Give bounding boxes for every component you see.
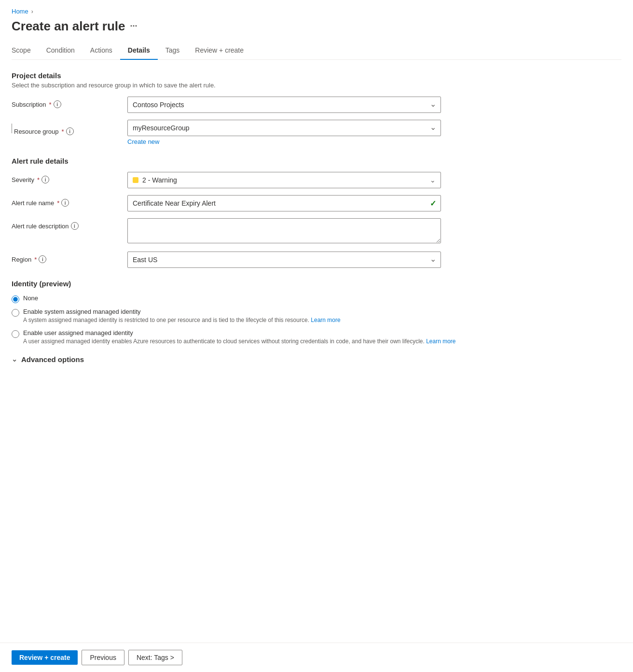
- subscription-select[interactable]: Contoso Projects: [127, 97, 441, 113]
- identity-user-radio[interactable]: [12, 330, 19, 338]
- breadcrumb-home-link[interactable]: Home: [12, 8, 28, 15]
- region-control-wrap: East US: [127, 252, 441, 268]
- resource-group-select-wrapper: myResourceGroup: [127, 120, 441, 136]
- identity-user-learn-more-link[interactable]: Learn more: [426, 338, 455, 345]
- previous-button[interactable]: Previous: [82, 650, 124, 665]
- resource-group-label-wrap: Resource group * i: [12, 120, 127, 135]
- subscription-row: Subscription * i Contoso Projects: [12, 97, 621, 113]
- resource-group-label: Resource group * i: [12, 124, 128, 135]
- tab-scope[interactable]: Scope: [12, 42, 39, 60]
- resource-group-required: *: [62, 128, 64, 135]
- alert-rule-name-required: *: [57, 199, 59, 207]
- alert-rule-description-input[interactable]: [127, 218, 441, 243]
- alert-rule-name-label: Alert rule name * i: [12, 195, 127, 207]
- severity-chevron-icon: ⌄: [430, 176, 436, 184]
- severity-required: *: [37, 176, 40, 183]
- severity-row: Severity * i 2 - Warning ⌄: [12, 172, 621, 188]
- alert-rule-name-input[interactable]: [127, 195, 441, 211]
- severity-info-icon[interactable]: i: [41, 176, 49, 183]
- subscription-required: *: [49, 101, 52, 108]
- identity-user-option: Enable user assigned managed identity A …: [12, 329, 621, 346]
- identity-none-radio[interactable]: [12, 295, 19, 303]
- subscription-control-wrap: Contoso Projects: [127, 97, 441, 113]
- tab-details[interactable]: Details: [120, 42, 158, 60]
- identity-system-description: A system assigned managed identity is re…: [23, 316, 341, 324]
- severity-dot: [133, 177, 138, 183]
- region-select[interactable]: East US: [127, 252, 441, 268]
- identity-none-label: None: [23, 294, 38, 302]
- identity-system-radio[interactable]: [12, 309, 19, 317]
- region-row: Region * i East US: [12, 252, 621, 268]
- identity-none-option: None: [12, 294, 621, 303]
- page-title: Create an alert rule: [12, 19, 125, 34]
- severity-value: 2 - Warning: [142, 176, 436, 184]
- subscription-info-icon[interactable]: i: [54, 100, 61, 108]
- resource-group-row: Resource group * i myResourceGroup Creat…: [12, 120, 621, 145]
- alert-rule-name-input-wrapper: ✓: [127, 195, 441, 211]
- identity-system-learn-more-link[interactable]: Learn more: [311, 317, 340, 323]
- identity-user-label: Enable user assigned managed identity: [23, 329, 456, 336]
- severity-label: Severity * i: [12, 172, 127, 183]
- breadcrumb: Home ›: [12, 8, 621, 15]
- page-title-container: Create an alert rule ···: [12, 19, 621, 34]
- advanced-options-chevron-icon: ⌄: [12, 355, 17, 363]
- advanced-options-toggle[interactable]: ⌄ Advanced options: [12, 355, 621, 364]
- page-title-ellipsis[interactable]: ···: [130, 21, 138, 31]
- tab-actions[interactable]: Actions: [83, 42, 120, 60]
- region-select-wrapper: East US: [127, 252, 441, 268]
- next-tags-button[interactable]: Next: Tags >: [128, 650, 182, 665]
- identity-section: Identity (preview) None Enable system as…: [12, 280, 621, 346]
- region-required: *: [34, 256, 37, 263]
- identity-user-description: A user assigned managed identity enables…: [23, 337, 456, 346]
- tab-condition[interactable]: Condition: [39, 42, 83, 60]
- severity-selector[interactable]: 2 - Warning ⌄: [127, 172, 441, 188]
- alert-rule-details-title: Alert rule details: [12, 157, 621, 165]
- tabs-bar: Scope Condition Actions Details Tags Rev…: [12, 42, 621, 60]
- advanced-options-label: Advanced options: [21, 355, 84, 364]
- project-details-section: Project details Select the subscription …: [12, 71, 621, 145]
- region-info-icon[interactable]: i: [39, 255, 46, 263]
- alert-rule-description-row: Alert rule description i: [12, 218, 621, 245]
- severity-control-wrap: 2 - Warning ⌄: [127, 172, 441, 188]
- alert-rule-name-check-icon: ✓: [430, 199, 436, 208]
- identity-system-option: Enable system assigned managed identity …: [12, 308, 621, 324]
- project-details-title: Project details: [12, 71, 621, 80]
- alert-rule-description-label: Alert rule description i: [12, 218, 127, 230]
- subscription-select-wrapper: Contoso Projects: [127, 97, 441, 113]
- subscription-label: Subscription * i: [12, 97, 127, 108]
- review-create-button[interactable]: Review + create: [12, 650, 78, 665]
- tab-tags[interactable]: Tags: [158, 42, 188, 60]
- breadcrumb-chevron: ›: [31, 8, 33, 15]
- project-details-description: Select the subscription and resource gro…: [12, 82, 621, 89]
- alert-rule-description-control-wrap: [127, 218, 441, 245]
- alert-rule-name-control-wrap: ✓: [127, 195, 441, 211]
- alert-rule-name-info-icon[interactable]: i: [61, 199, 69, 207]
- resource-group-info-icon[interactable]: i: [66, 127, 74, 135]
- tab-review-create[interactable]: Review + create: [187, 42, 251, 60]
- region-label: Region * i: [12, 252, 127, 263]
- alert-rule-details-section: Alert rule details Severity * i 2 - Warn…: [12, 157, 621, 268]
- identity-system-label: Enable system assigned managed identity: [23, 308, 341, 315]
- resource-group-select[interactable]: myResourceGroup: [127, 120, 441, 136]
- alert-rule-description-info-icon[interactable]: i: [71, 222, 79, 230]
- bottom-bar: Review + create Previous Next: Tags >: [0, 643, 633, 672]
- identity-title: Identity (preview): [12, 280, 621, 288]
- resource-group-control-wrap: myResourceGroup Create new: [127, 120, 441, 145]
- create-new-link[interactable]: Create new: [127, 138, 159, 145]
- alert-rule-name-row: Alert rule name * i ✓: [12, 195, 621, 211]
